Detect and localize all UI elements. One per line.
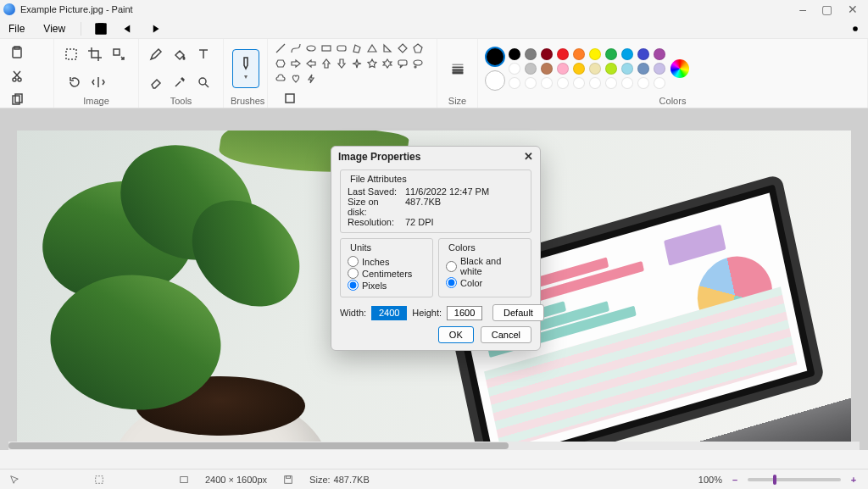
height-input[interactable] bbox=[447, 306, 482, 320]
undo-icon[interactable] bbox=[120, 21, 136, 36]
edit-colors-button[interactable] bbox=[670, 59, 689, 78]
fill-icon[interactable] bbox=[170, 44, 190, 64]
shapes-gallery[interactable] bbox=[275, 42, 424, 85]
flip-icon[interactable] bbox=[88, 72, 108, 92]
color-swatch[interactable] bbox=[637, 77, 649, 89]
color-swatch[interactable] bbox=[557, 77, 569, 89]
shape-callout2-icon[interactable] bbox=[412, 58, 424, 69]
shape-cloud-icon[interactable] bbox=[275, 73, 287, 85]
redo-icon[interactable] bbox=[147, 21, 163, 36]
color-swatch[interactable] bbox=[621, 63, 633, 75]
menu-file[interactable]: File bbox=[5, 21, 28, 36]
color-swatch[interactable] bbox=[589, 77, 601, 89]
color-swatch[interactable] bbox=[605, 48, 617, 60]
magnifier-icon[interactable] bbox=[193, 72, 214, 92]
shape-line-icon[interactable] bbox=[275, 42, 287, 54]
colors-bw-radio[interactable] bbox=[446, 261, 457, 272]
shape-arrowu-icon[interactable] bbox=[320, 58, 332, 69]
horizontal-scrollbar[interactable] bbox=[8, 442, 860, 450]
text-icon[interactable] bbox=[193, 44, 214, 64]
color-swatch[interactable] bbox=[541, 63, 553, 75]
shape-pentagon-icon[interactable] bbox=[412, 42, 424, 54]
shape-arrowr-icon[interactable] bbox=[290, 58, 302, 69]
color-swatch[interactable] bbox=[525, 63, 537, 75]
brushes-button[interactable]: ▾ bbox=[232, 49, 259, 88]
color-swatch[interactable] bbox=[573, 77, 585, 89]
shape-curve-icon[interactable] bbox=[290, 42, 302, 54]
color-swatch[interactable] bbox=[654, 48, 665, 60]
pencil-icon[interactable] bbox=[146, 44, 166, 64]
shape-rect-icon[interactable] bbox=[320, 42, 332, 54]
shape-star4-icon[interactable] bbox=[351, 58, 363, 69]
canvas-size-icon bbox=[178, 474, 190, 486]
shape-star6-icon[interactable] bbox=[381, 58, 393, 69]
default-button[interactable]: Default bbox=[492, 304, 544, 321]
shape-arrowd-icon[interactable] bbox=[336, 58, 348, 69]
zoom-in-button[interactable]: + bbox=[848, 474, 860, 486]
color-swatch[interactable] bbox=[637, 63, 649, 75]
color-swatch[interactable] bbox=[589, 63, 601, 75]
width-input[interactable] bbox=[371, 306, 407, 320]
copy-icon[interactable] bbox=[7, 90, 27, 110]
close-button[interactable]: ✕ bbox=[848, 3, 858, 16]
shape-rtriangle-icon[interactable] bbox=[381, 42, 393, 54]
color-swatch[interactable] bbox=[541, 48, 553, 60]
shape-oval-icon[interactable] bbox=[305, 42, 317, 54]
color-swatch[interactable] bbox=[541, 77, 553, 89]
color-swatch[interactable] bbox=[509, 77, 520, 89]
eraser-icon[interactable] bbox=[146, 72, 166, 92]
color-swatch[interactable] bbox=[637, 48, 649, 60]
units-pixels-radio[interactable] bbox=[348, 280, 359, 291]
color-swatch[interactable] bbox=[605, 77, 617, 89]
shape-arrowl-icon[interactable] bbox=[305, 58, 317, 69]
menu-view[interactable]: View bbox=[40, 21, 69, 36]
color-swatch[interactable] bbox=[573, 48, 585, 60]
cut-icon[interactable] bbox=[7, 66, 27, 86]
size-button[interactable] bbox=[445, 56, 470, 81]
settings-icon[interactable] bbox=[848, 21, 863, 36]
zoom-out-button[interactable]: – bbox=[729, 474, 741, 486]
cancel-button[interactable]: Cancel bbox=[481, 326, 531, 343]
paste-icon[interactable] bbox=[7, 42, 27, 63]
image-properties-dialog: Image Properties ✕ File Attributes Last … bbox=[331, 146, 541, 351]
shape-hexagon-icon[interactable] bbox=[275, 58, 287, 69]
color-swatch[interactable] bbox=[654, 77, 665, 89]
minimize-button[interactable]: – bbox=[799, 3, 806, 16]
color-swatch[interactable] bbox=[557, 63, 569, 75]
shape-outline-icon[interactable] bbox=[280, 88, 300, 108]
color-swatch[interactable] bbox=[621, 77, 633, 89]
color-swatch[interactable] bbox=[509, 48, 520, 60]
color-swatch[interactable] bbox=[509, 63, 520, 75]
color-swatch[interactable] bbox=[589, 48, 601, 60]
shape-triangle-icon[interactable] bbox=[366, 42, 378, 54]
shape-polygon-icon[interactable] bbox=[351, 42, 363, 54]
crop-icon[interactable] bbox=[85, 44, 105, 64]
maximize-button[interactable]: ▢ bbox=[821, 3, 832, 16]
color2-swatch[interactable] bbox=[485, 70, 505, 91]
zoom-slider[interactable] bbox=[748, 478, 841, 481]
shape-callout-icon[interactable] bbox=[397, 58, 409, 69]
shape-lightning-icon[interactable] bbox=[305, 73, 317, 85]
shape-heart-icon[interactable] bbox=[290, 73, 302, 85]
eyedropper-icon[interactable] bbox=[170, 72, 190, 92]
color1-swatch[interactable] bbox=[485, 47, 505, 67]
shape-diamond-icon[interactable] bbox=[397, 42, 409, 54]
color-swatch[interactable] bbox=[525, 77, 537, 89]
dialog-close-button[interactable]: ✕ bbox=[524, 150, 533, 163]
color-swatch[interactable] bbox=[605, 63, 617, 75]
resize-icon[interactable] bbox=[108, 44, 129, 64]
rotate-icon[interactable] bbox=[64, 72, 85, 92]
units-cm-radio[interactable] bbox=[348, 268, 359, 279]
color-swatch[interactable] bbox=[573, 63, 585, 75]
color-swatch[interactable] bbox=[557, 48, 569, 60]
color-swatch[interactable] bbox=[621, 48, 633, 60]
units-inches-radio[interactable] bbox=[348, 256, 359, 267]
color-swatch[interactable] bbox=[654, 63, 665, 75]
shape-star5-icon[interactable] bbox=[366, 58, 378, 69]
shape-roundrect-icon[interactable] bbox=[336, 42, 348, 54]
save-icon[interactable] bbox=[93, 21, 108, 36]
color-swatch[interactable] bbox=[525, 48, 537, 60]
ok-button[interactable]: OK bbox=[438, 326, 474, 343]
select-icon[interactable] bbox=[61, 44, 81, 64]
colors-color-radio[interactable] bbox=[446, 277, 457, 288]
